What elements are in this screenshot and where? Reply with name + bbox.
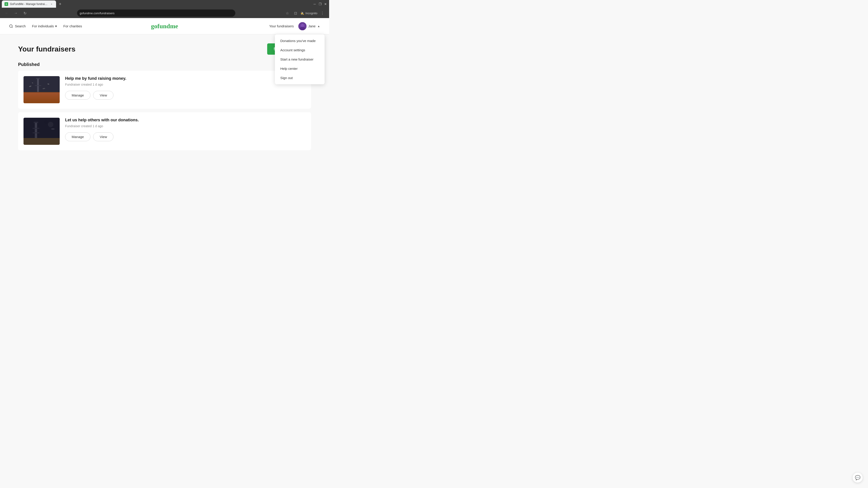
fundraiser-card-1: Help me by fund raising money. Fundraise… [18, 71, 311, 109]
svg-point-3 [300, 27, 305, 30]
favicon-letter: G [5, 3, 7, 5]
for-individuals-label: For individuals [32, 24, 54, 28]
user-menu-trigger[interactable]: Jane ▲ [298, 22, 320, 30]
minimize-button[interactable]: ─ [313, 2, 316, 6]
for-charities-nav-item[interactable]: For charities [63, 24, 82, 28]
page-title: Your fundraisers [18, 45, 75, 53]
chevron-down-icon: ▾ [55, 24, 57, 28]
svg-point-24 [51, 128, 55, 130]
refresh-button[interactable]: ↻ [22, 10, 28, 16]
svg-rect-15 [24, 96, 60, 103]
fundraiser-image-2 [24, 118, 60, 145]
browser-titlebar: G GoFundMe - Manage fundraise... × + ─ ❐… [0, 0, 329, 8]
avatar-image [298, 22, 307, 30]
svg-point-0 [9, 25, 12, 27]
nav-right: Your fundraisers Jane ▲ [269, 22, 320, 30]
svg-rect-4 [300, 24, 305, 27]
address-bar-right: ☆ ⊡ 🕵 Incognito ⋮ [284, 10, 326, 16]
fundraiser-meta-2: Fundraiser created 1 d ago [65, 124, 306, 128]
browser-chrome: G GoFundMe - Manage fundraise... × + ─ ❐… [0, 0, 329, 18]
svg-rect-21 [24, 138, 60, 145]
url-text: gofundme.com/fundraisers [80, 11, 115, 15]
nav-left: Search For individuals ▾ For charities [9, 24, 82, 28]
published-section-label: Published [18, 62, 311, 67]
fundraiser-meta-1: Fundraiser created 1 d ago [65, 83, 306, 86]
window-controls: ─ ❐ ✕ [313, 2, 327, 6]
fundraiser-actions-2: Manage View [65, 132, 306, 141]
fundraiser-card-2: Let us help others with our donations. F… [18, 112, 311, 150]
fundraisers-header: Your fundraisers Start a GoFundMe [18, 43, 311, 55]
dropdown-sign-out[interactable]: Sign out [275, 73, 324, 83]
search-icon [9, 24, 13, 28]
svg-rect-19 [33, 128, 39, 129]
active-tab[interactable]: G GoFundMe - Manage fundraise... × [2, 0, 56, 8]
new-tab-button[interactable]: + [57, 1, 63, 7]
incognito-icon: 🕵 [301, 11, 304, 15]
manage-button-2[interactable]: Manage [65, 132, 90, 141]
fundraiser-img-svg-1 [24, 76, 60, 103]
fundraiser-image-1 [24, 76, 60, 103]
svg-point-23 [44, 121, 48, 124]
your-fundraisers-link[interactable]: Your fundraisers [269, 24, 294, 28]
dropdown-donations[interactable]: Donations you've made [275, 36, 324, 45]
svg-rect-14 [28, 94, 55, 96]
dropdown-help-center[interactable]: Help center [275, 64, 324, 73]
search-nav-item[interactable]: Search [9, 24, 26, 28]
user-name: Jane [308, 24, 316, 28]
tab-title: GoFundMe - Manage fundraise... [10, 2, 48, 6]
incognito-badge: 🕵 Incognito [301, 11, 317, 15]
tab-favicon: G [4, 2, 8, 6]
manage-button-1[interactable]: Manage [65, 91, 90, 100]
svg-point-22 [48, 122, 53, 127]
tab-close-button[interactable]: × [50, 2, 53, 6]
search-label: Search [15, 24, 26, 28]
avatar [298, 22, 307, 30]
fundraiser-info-2: Let us help others with our donations. F… [65, 118, 306, 141]
svg-rect-6 [24, 92, 60, 103]
tab-switcher-button[interactable]: ⊡ [292, 10, 299, 16]
svg-rect-9 [35, 85, 41, 86]
tab-strip: G GoFundMe - Manage fundraise... × + [2, 0, 312, 8]
avatar-svg [298, 22, 307, 30]
view-button-2[interactable]: View [93, 132, 114, 141]
fundraiser-name-2: Let us help others with our donations. [65, 118, 306, 123]
chevron-up-icon: ▲ [317, 25, 320, 28]
fundraiser-actions-1: Manage View [65, 91, 306, 100]
address-bar: ← → ↻ gofundme.com/fundraisers ☆ ⊡ 🕵 Inc… [0, 8, 329, 18]
for-individuals-nav-item[interactable]: For individuals ▾ [32, 24, 57, 28]
main-nav: Search For individuals ▾ For charities g… [0, 18, 329, 34]
dropdown-start-fundraiser[interactable]: Start a new fundraiser [275, 55, 324, 64]
svg-rect-8 [36, 78, 40, 79]
bookmark-button[interactable]: ☆ [284, 10, 290, 16]
svg-rect-5 [24, 76, 60, 103]
svg-rect-17 [35, 122, 37, 140]
fundraiser-info-1: Help me by fund raising money. Fundraise… [65, 76, 306, 100]
back-button[interactable]: ← [4, 10, 10, 16]
fundraiser-img-svg-2 [24, 118, 60, 145]
website: Search For individuals ▾ For charities g… [0, 18, 329, 185]
close-window-button[interactable]: ✕ [324, 2, 327, 6]
restore-button[interactable]: ❐ [318, 2, 322, 6]
logo[interactable]: gofundme [151, 23, 178, 30]
url-bar[interactable]: gofundme.com/fundraisers [77, 9, 235, 17]
forward-button[interactable]: → [13, 10, 19, 16]
dropdown-account-settings[interactable]: Account settings [275, 45, 324, 55]
svg-rect-18 [34, 122, 38, 123]
for-charities-label: For charities [63, 24, 82, 28]
user-dropdown-menu: Donations you've made Account settings S… [275, 34, 324, 84]
svg-rect-20 [33, 132, 39, 133]
incognito-label: Incognito [305, 11, 317, 15]
view-button-1[interactable]: View [93, 91, 114, 100]
logo-text: gofundme [151, 23, 178, 30]
fundraiser-name-1: Help me by fund raising money. [65, 76, 306, 81]
menu-button[interactable]: ⋮ [319, 10, 326, 16]
